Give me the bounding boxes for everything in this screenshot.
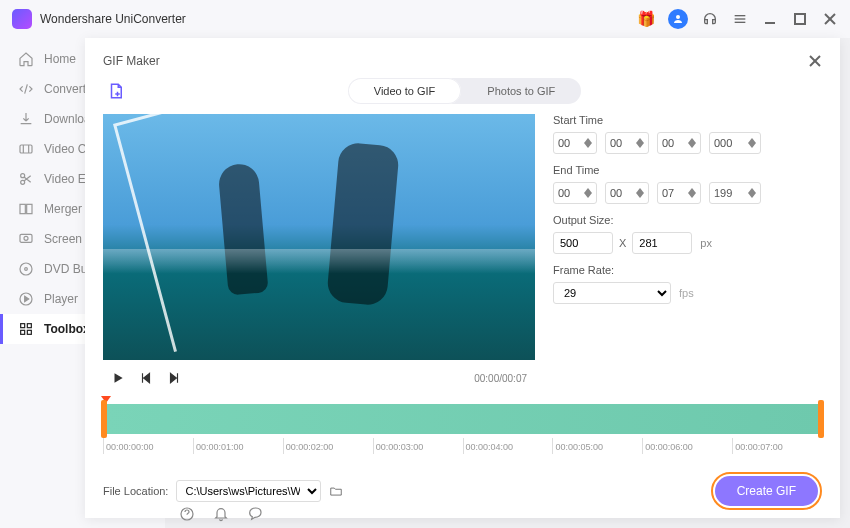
timeline-track[interactable] (103, 404, 822, 434)
output-height-input[interactable] (632, 232, 692, 254)
sidebar-item-label: Merger (44, 202, 82, 216)
tick-label: 00:00:04:00 (463, 438, 553, 454)
svg-rect-12 (27, 204, 32, 213)
next-frame-icon[interactable] (167, 371, 181, 385)
maximize-icon[interactable] (792, 11, 808, 27)
svg-rect-11 (20, 204, 25, 213)
close-dialog-icon[interactable] (808, 54, 822, 68)
mode-tabs: Video to GIF Photos to GIF (348, 78, 581, 104)
svg-rect-20 (21, 330, 25, 334)
svg-rect-5 (795, 14, 805, 24)
start-seconds-input[interactable]: 00 (657, 132, 701, 154)
file-location-select[interactable]: C:\Users\ws\Pictures\Wonders (176, 480, 321, 502)
tick-label: 00:00:07:00 (732, 438, 822, 454)
start-ms-input[interactable]: 000 (709, 132, 761, 154)
add-file-icon[interactable] (107, 82, 125, 100)
notifications-icon[interactable] (213, 506, 229, 522)
output-size-label: Output Size: (553, 214, 822, 226)
svg-rect-19 (27, 324, 31, 328)
trim-handle-left[interactable] (101, 400, 107, 438)
tab-video-to-gif[interactable]: Video to GIF (348, 78, 462, 104)
app-title: Wondershare UniConverter (40, 12, 638, 26)
px-label: px (700, 237, 712, 249)
app-logo-icon (12, 9, 32, 29)
svg-rect-21 (27, 330, 31, 334)
svg-point-14 (24, 236, 28, 240)
svg-point-0 (676, 15, 680, 19)
main-area: tor data etadata CD. GIF Maker Video to … (165, 38, 850, 528)
play-icon[interactable] (111, 371, 125, 385)
trim-handle-right[interactable] (818, 400, 824, 438)
close-window-icon[interactable] (822, 11, 838, 27)
svg-point-16 (25, 268, 28, 271)
tick-label: 00:00:00:00 (103, 438, 193, 454)
file-location-label: File Location: (103, 485, 168, 497)
sidebar-item-label: Toolbox (44, 322, 90, 336)
gift-icon[interactable]: 🎁 (638, 11, 654, 27)
start-time-label: Start Time (553, 114, 822, 126)
end-hours-input[interactable]: 00 (553, 182, 597, 204)
sidebar-item-label: Player (44, 292, 78, 306)
help-icon[interactable] (179, 506, 195, 522)
user-avatar-icon[interactable] (668, 9, 688, 29)
gif-maker-dialog: GIF Maker Video to GIF Photos to GIF (85, 38, 840, 518)
fps-label: fps (679, 287, 694, 299)
start-hours-input[interactable]: 00 (553, 132, 597, 154)
tick-label: 00:00:05:00 (552, 438, 642, 454)
feedback-icon[interactable] (247, 506, 263, 522)
titlebar: Wondershare UniConverter 🎁 (0, 0, 850, 38)
svg-point-15 (20, 263, 32, 275)
open-folder-icon[interactable] (329, 484, 343, 498)
frame-rate-label: Frame Rate: (553, 264, 822, 276)
svg-rect-18 (21, 324, 25, 328)
minimize-icon[interactable] (762, 11, 778, 27)
tab-photos-to-gif[interactable]: Photos to GIF (461, 78, 581, 104)
prev-frame-icon[interactable] (139, 371, 153, 385)
timeline-ticks: 00:00:00:00 00:00:01:00 00:00:02:00 00:0… (103, 438, 822, 454)
frame-rate-select[interactable]: 29 (553, 282, 671, 304)
create-gif-button[interactable]: Create GIF (715, 476, 818, 506)
time-display: 00:00/00:07 (474, 373, 527, 384)
start-minutes-input[interactable]: 00 (605, 132, 649, 154)
end-time-label: End Time (553, 164, 822, 176)
support-icon[interactable] (702, 11, 718, 27)
tick-label: 00:00:03:00 (373, 438, 463, 454)
svg-rect-13 (20, 234, 32, 242)
output-width-input[interactable] (553, 232, 613, 254)
x-separator: X (619, 237, 626, 249)
end-minutes-input[interactable]: 00 (605, 182, 649, 204)
menu-icon[interactable] (732, 11, 748, 27)
tick-label: 00:00:01:00 (193, 438, 283, 454)
end-ms-input[interactable]: 199 (709, 182, 761, 204)
svg-rect-8 (20, 145, 32, 153)
timeline: 00:00:00:00 00:00:01:00 00:00:02:00 00:0… (103, 404, 822, 454)
tick-label: 00:00:02:00 (283, 438, 373, 454)
tick-label: 00:00:06:00 (642, 438, 732, 454)
end-seconds-input[interactable]: 07 (657, 182, 701, 204)
sidebar-item-label: Home (44, 52, 76, 66)
video-preview (103, 114, 535, 360)
dialog-title: GIF Maker (103, 54, 160, 68)
